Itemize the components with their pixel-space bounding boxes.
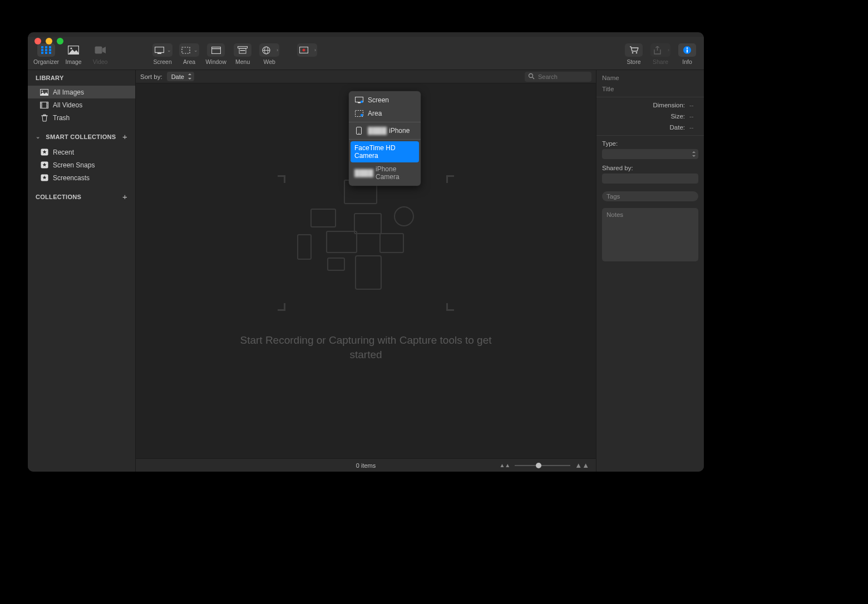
- screen-icon: [354, 96, 363, 104]
- title-label: Title: [602, 86, 614, 92]
- size-value: --: [689, 113, 698, 120]
- web-icon: [262, 46, 270, 55]
- tags-field[interactable]: Tags: [602, 191, 698, 201]
- window-capture-button[interactable]: [207, 43, 225, 57]
- sidebar-item-label: All Videos: [53, 101, 82, 109]
- info-label: Info: [682, 58, 692, 65]
- screen-icon: [155, 47, 164, 54]
- screen-capture-label: Screen: [153, 58, 171, 65]
- record-menu-facetime-camera[interactable]: FaceTime HD Camera: [351, 141, 419, 162]
- add-smart-collection-button[interactable]: +: [122, 132, 127, 141]
- menu-capture-button[interactable]: [234, 43, 251, 57]
- store-button[interactable]: [625, 43, 643, 57]
- svg-rect-47: [358, 102, 361, 103]
- area-icon: [181, 47, 190, 54]
- mountain-small-icon: ▲▲: [499, 462, 510, 468]
- app-window: Organizer Image: [28, 32, 704, 472]
- image-label: Image: [66, 58, 82, 65]
- add-collection-button[interactable]: +: [122, 192, 127, 201]
- item-count: 0 items: [356, 462, 376, 469]
- share-icon: [654, 46, 661, 55]
- sidebar-item-label: Screen Snaps: [53, 161, 95, 169]
- trash-icon: [40, 114, 48, 122]
- sidebar-item-screen-snaps[interactable]: Screen Snaps: [28, 159, 135, 171]
- svg-rect-11: [95, 47, 102, 54]
- svg-rect-1: [45, 46, 47, 48]
- svg-rect-15: [211, 47, 220, 53]
- record-button[interactable]: ›: [297, 43, 317, 57]
- svg-rect-4: [45, 49, 47, 51]
- notes-field[interactable]: Notes: [602, 208, 698, 261]
- svg-rect-2: [49, 46, 51, 48]
- sidebar-item-recent[interactable]: Recent: [28, 146, 135, 159]
- video-icon: [95, 46, 106, 54]
- video-label: Video: [93, 58, 108, 65]
- image-icon: [68, 46, 79, 55]
- record-menu-device[interactable]: ████ iPhone: [349, 124, 421, 137]
- svg-point-26: [635, 52, 637, 54]
- menu-item-label: FaceTime HD Camera: [354, 144, 415, 160]
- phone-icon: [354, 127, 363, 135]
- minimize-window-button[interactable]: [46, 38, 52, 44]
- video-reel-icon: [40, 101, 48, 109]
- info-icon: [683, 46, 692, 55]
- chevron-right-icon: ›: [314, 47, 316, 53]
- sort-select[interactable]: Date: [167, 72, 194, 81]
- record-menu-iphone-camera[interactable]: ████ iPhone Camera: [349, 162, 421, 184]
- organizer-mode-button[interactable]: [37, 43, 55, 57]
- size-label: Size:: [648, 113, 685, 120]
- close-window-button[interactable]: [34, 38, 41, 44]
- record-menu-screen[interactable]: Screen: [349, 93, 421, 107]
- zoom-slider[interactable]: ▲▲ ▲▲: [499, 461, 589, 469]
- cart-icon: [629, 46, 639, 54]
- window-capture-label: Window: [205, 58, 226, 65]
- toolbar: Organizer Image: [28, 37, 704, 70]
- svg-rect-12: [155, 47, 164, 52]
- collections-header[interactable]: COLLECTIONS +: [28, 187, 135, 206]
- share-label: Share: [653, 58, 668, 65]
- sidebar-item-trash[interactable]: Trash: [28, 111, 135, 124]
- svg-rect-29: [687, 49, 688, 53]
- svg-rect-7: [45, 52, 47, 54]
- record-icon: [299, 47, 308, 53]
- sidebar-item-label: Recent: [53, 148, 74, 156]
- svg-rect-3: [41, 49, 43, 51]
- library-header: LIBRARY: [28, 70, 135, 86]
- star-icon: [40, 148, 48, 156]
- menu-capture-label: Menu: [235, 58, 250, 65]
- type-label: Type:: [602, 140, 698, 147]
- svg-line-45: [532, 77, 534, 79]
- type-select[interactable]: [602, 149, 698, 159]
- chevron-down-icon: ⌄: [36, 133, 40, 140]
- chevron-down-icon: ⌄: [194, 47, 198, 53]
- sidebar-item-all-images[interactable]: All Images: [28, 86, 135, 98]
- images-icon: [40, 88, 48, 96]
- image-mode-button[interactable]: [65, 43, 82, 57]
- web-capture-button[interactable]: ›: [259, 43, 279, 57]
- date-label: Date:: [648, 124, 685, 131]
- record-menu-area[interactable]: Area: [349, 107, 421, 120]
- video-mode-button: [91, 43, 109, 57]
- shared-by-field[interactable]: [602, 174, 698, 184]
- sidebar-item-label: Trash: [53, 114, 70, 122]
- search-input[interactable]: [525, 72, 591, 82]
- inspector-panel: Name Title Dimension:-- Size:-- Date:-- …: [596, 70, 704, 472]
- zoom-track[interactable]: [515, 465, 570, 466]
- info-button[interactable]: [678, 43, 696, 57]
- svg-point-52: [358, 133, 359, 134]
- smart-collections-header[interactable]: ⌄SMART COLLECTIONS +: [28, 127, 135, 146]
- svg-rect-13: [157, 53, 161, 54]
- svg-point-24: [303, 49, 305, 52]
- zoom-window-button[interactable]: [57, 38, 63, 44]
- dimension-label: Dimension:: [648, 102, 685, 108]
- area-icon: [354, 110, 363, 117]
- sidebar-item-screencasts[interactable]: Screencasts: [28, 171, 135, 184]
- screen-capture-button[interactable]: ⌄: [152, 43, 172, 57]
- area-capture-button[interactable]: ⌄: [179, 43, 199, 57]
- svg-rect-5: [49, 49, 51, 51]
- empty-state-message: Start Recording or Capturing with Captur…: [238, 333, 494, 362]
- sidebar-item-all-videos[interactable]: All Videos: [28, 98, 135, 111]
- svg-point-44: [529, 73, 533, 77]
- sort-value: Date: [171, 73, 184, 80]
- menu-item-label: iPhone Camera: [376, 165, 415, 181]
